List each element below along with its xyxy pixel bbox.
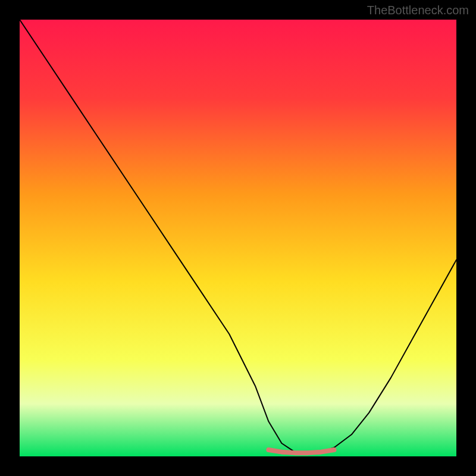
plot-area <box>20 20 456 456</box>
watermark-text: TheBottleneck.com <box>367 4 469 17</box>
chart-svg <box>20 20 456 456</box>
chart-container: TheBottleneck.com <box>0 0 476 476</box>
gradient-background <box>20 20 456 456</box>
